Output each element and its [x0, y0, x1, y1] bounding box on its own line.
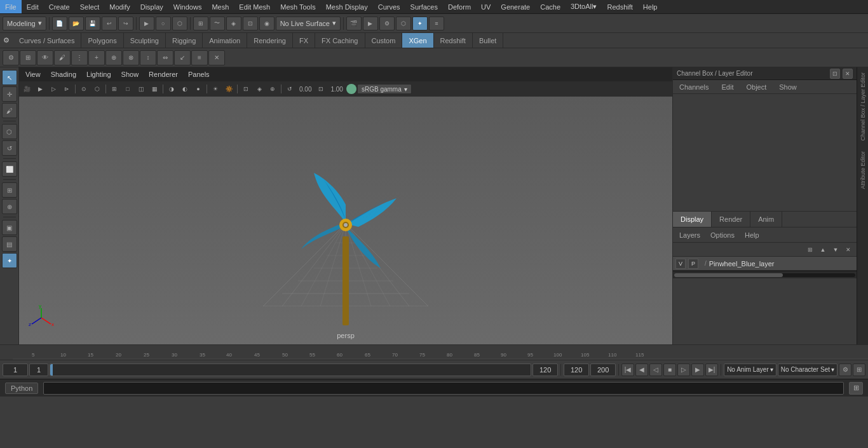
layers-menu-help[interactable]: Help: [741, 229, 763, 241]
ch-tab-object[interactable]: Object: [740, 80, 773, 93]
pb-fwd-btn[interactable]: ▶|: [705, 363, 718, 376]
disp-tab-anim[interactable]: Anim: [750, 212, 782, 227]
menu-file[interactable]: File: [0, 0, 22, 13]
vp-menu-shading[interactable]: Shading: [47, 67, 80, 81]
tab-curves-surfaces[interactable]: Curves / Surfaces: [13, 33, 81, 48]
menu-windows[interactable]: Windows: [168, 0, 207, 13]
ch-tab-edit[interactable]: Edit: [715, 80, 740, 93]
snap-grid-btn[interactable]: ⊞: [193, 17, 208, 31]
paint-tool-btn[interactable]: 🖌: [2, 103, 17, 118]
shelf-eye[interactable]: 👁: [37, 50, 53, 65]
max-frame-input[interactable]: 200: [590, 363, 616, 376]
lasso-select-btn[interactable]: ○: [156, 17, 171, 31]
vp-gamma-dropdown[interactable]: sRGB gamma▾: [357, 84, 412, 94]
menu-generate[interactable]: Generate: [496, 0, 535, 13]
menu-display[interactable]: Display: [135, 0, 168, 13]
layers-move-down-btn[interactable]: ▼: [830, 245, 841, 255]
vp-play2-btn[interactable]: ▷: [47, 83, 60, 95]
tab-bullet[interactable]: Bullet: [473, 33, 504, 48]
tab-fx[interactable]: FX: [293, 33, 315, 48]
shelf-add[interactable]: +: [88, 50, 105, 65]
edge-tab-attribute-editor[interactable]: Attribute Editor: [858, 146, 867, 194]
python-copy-btn[interactable]: ⊞: [849, 382, 863, 395]
vp-shading-btn[interactable]: ◑: [165, 83, 178, 95]
tab-xgen[interactable]: XGen: [402, 33, 433, 48]
select-tool-btn[interactable]: ▶: [139, 17, 154, 31]
select-btn[interactable]: ↖: [2, 70, 17, 85]
undo-btn[interactable]: ↩: [102, 17, 117, 31]
menu-curves[interactable]: Curves: [373, 0, 405, 13]
shelf-attach[interactable]: ⊕: [105, 50, 122, 65]
shelf-snap[interactable]: ⊞: [20, 50, 36, 65]
pb-play-back-btn[interactable]: ◁: [649, 363, 662, 376]
vp-menu-panels[interactable]: Panels: [184, 67, 214, 81]
menu-mesh-tools[interactable]: Mesh Tools: [275, 0, 320, 13]
vp-menu-renderer[interactable]: Renderer: [145, 67, 182, 81]
pb-back-btn[interactable]: |◀: [621, 363, 634, 376]
xgen-tool-btn[interactable]: ✦: [2, 253, 17, 268]
shelf-bend[interactable]: ↙: [174, 50, 191, 65]
render-btn[interactable]: 🎬: [346, 17, 362, 31]
menu-3dtoall[interactable]: 3DtoAll▾: [566, 0, 602, 13]
hypershade-btn[interactable]: ⬡: [396, 17, 411, 31]
outliner-btn[interactable]: ≡: [429, 17, 444, 31]
component-btn[interactable]: ⬡: [2, 124, 17, 139]
render-seq-btn[interactable]: ▶: [363, 17, 378, 31]
vp-smooth-btn[interactable]: ◐: [179, 83, 191, 95]
snap2-btn[interactable]: ⊕: [2, 199, 17, 214]
layers-scrollbar[interactable]: [673, 271, 857, 278]
pb-step-back-btn[interactable]: ◀: [635, 363, 648, 376]
no-live-surface[interactable]: No Live Surface ▾: [276, 17, 341, 31]
vp-cam2-btn[interactable]: ⊡: [315, 83, 327, 95]
save-scene-btn[interactable]: 💾: [85, 17, 100, 31]
tab-polygons[interactable]: Polygons: [81, 33, 123, 48]
layers-new-btn[interactable]: ⊞: [804, 245, 816, 255]
shelf-hair[interactable]: ⋮: [71, 50, 88, 65]
menu-redshift[interactable]: Redshift: [602, 0, 637, 13]
tab-animation[interactable]: Animation: [203, 33, 247, 48]
menu-edit-mesh[interactable]: Edit Mesh: [234, 0, 275, 13]
panel1-btn[interactable]: ▣: [2, 220, 17, 235]
panel2-btn[interactable]: ▤: [2, 236, 17, 252]
ch-tab-channels[interactable]: Channels: [673, 80, 715, 93]
no-anim-layer-dropdown[interactable]: No Anim Layer▾: [724, 363, 776, 376]
vp-sq-btn[interactable]: □: [121, 83, 134, 95]
tab-rigging[interactable]: Rigging: [166, 33, 203, 48]
vp-menu-lighting[interactable]: Lighting: [83, 67, 115, 81]
tab-fx-caching[interactable]: FX Caching: [315, 33, 365, 48]
menu-uv[interactable]: UV: [476, 0, 496, 13]
open-scene-btn[interactable]: 📂: [69, 17, 84, 31]
menu-modify[interactable]: Modify: [104, 0, 135, 13]
shelf-detach[interactable]: ⊗: [123, 50, 139, 65]
layer-playback-btn[interactable]: P: [688, 259, 698, 269]
snap-live-btn[interactable]: ◉: [259, 17, 275, 31]
snap-curve-btn[interactable]: 〜: [210, 17, 225, 31]
vp-play3-btn[interactable]: ⊳: [60, 83, 73, 95]
viewport-canvas[interactable]: x z y persp: [19, 97, 672, 344]
shelf-x[interactable]: ✕: [208, 50, 225, 65]
tab-custom[interactable]: Custom: [365, 33, 403, 48]
vp-refresh-btn[interactable]: ↺: [283, 83, 296, 95]
snap-surface-btn[interactable]: ⊡: [243, 17, 258, 31]
rotate-btn[interactable]: ↺: [2, 140, 17, 156]
menu-cache[interactable]: Cache: [535, 0, 566, 13]
ws-settings-btn[interactable]: ⚙: [0, 33, 13, 48]
disp-tab-render[interactable]: Render: [712, 212, 750, 227]
vp-color-btn[interactable]: [346, 84, 356, 94]
vp-light-btn[interactable]: ☀: [209, 83, 222, 95]
menu-select[interactable]: Select: [75, 0, 105, 13]
tab-redshift[interactable]: Redshift: [434, 33, 473, 48]
vp-flat-btn[interactable]: ●: [192, 83, 205, 95]
paint-select-btn[interactable]: ⬡: [172, 17, 187, 31]
vp-toggle-btn[interactable]: ▦: [148, 83, 161, 95]
vp-camera-btn[interactable]: 🎥: [20, 83, 33, 95]
shelf-scale[interactable]: ⇔: [157, 50, 173, 65]
pb-settings-btn[interactable]: ⚙: [839, 363, 851, 376]
menu-mesh-display[interactable]: Mesh Display: [321, 0, 373, 13]
snap-point-btn[interactable]: ◈: [226, 17, 241, 31]
vp-shadow-btn[interactable]: 🔆: [222, 83, 235, 95]
disp-tab-display[interactable]: Display: [673, 212, 712, 227]
marquee-btn[interactable]: ⬜: [2, 161, 17, 177]
shelf-comb[interactable]: ≡: [191, 50, 208, 65]
vp-wireframe-btn[interactable]: ⬡: [91, 83, 104, 95]
